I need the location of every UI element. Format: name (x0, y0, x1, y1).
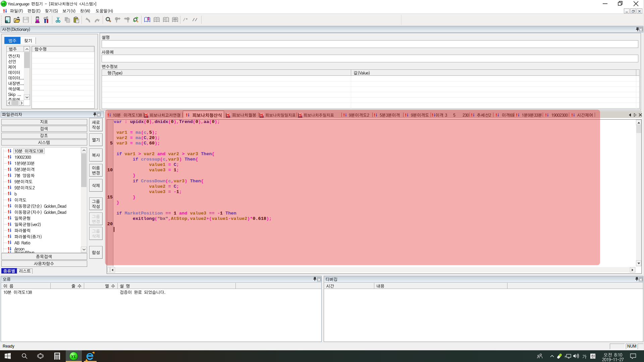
svg-text:YL: YL (71, 354, 76, 359)
svg-text:YL: YL (2, 2, 6, 6)
